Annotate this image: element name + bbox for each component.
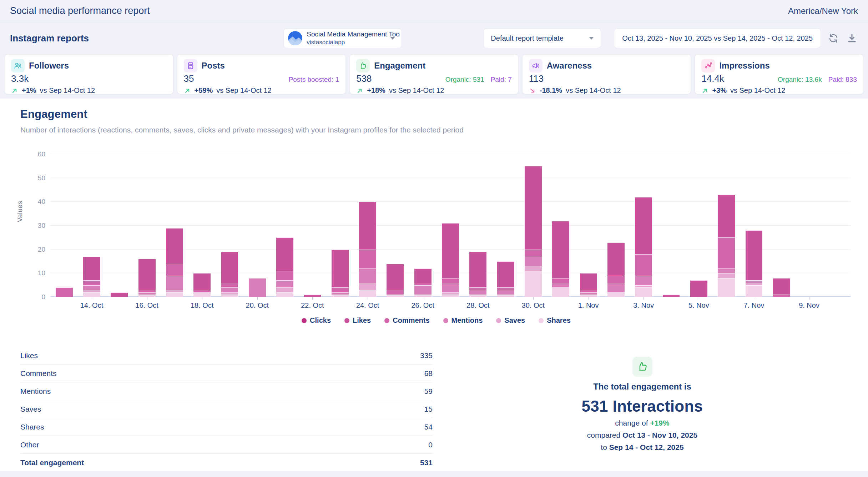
bar-segment-shares[interactable]	[193, 292, 211, 297]
stacked-bar[interactable]	[56, 287, 73, 297]
bar-segment-comments[interactable]	[552, 278, 569, 283]
bar-segment-likes[interactable]	[359, 202, 376, 249]
bar-segment-mentions[interactable]	[635, 276, 652, 285]
legend-item-saves[interactable]: Saves	[496, 316, 525, 325]
bar-segment-saves[interactable]	[718, 273, 735, 278]
bar-segment-likes[interactable]	[525, 166, 542, 249]
stacked-bar[interactable]	[332, 250, 349, 297]
bar-segment-likes[interactable]	[663, 295, 680, 297]
bar-segment-likes[interactable]	[332, 250, 349, 288]
bar-segment-comments[interactable]	[276, 271, 293, 281]
bar-segment-mentions[interactable]	[359, 268, 376, 283]
bar-segment-comments[interactable]	[56, 287, 73, 297]
legend-item-comments[interactable]: Comments	[384, 316, 429, 325]
bar-segment-likes[interactable]	[497, 261, 514, 287]
bar-segment-mentions[interactable]	[332, 292, 349, 295]
bar-segment-comments[interactable]	[497, 287, 514, 290]
date-range-picker[interactable]: Oct 13, 2025 - Nov 10, 2025 vs Sep 14, 2…	[614, 28, 821, 48]
stacked-bar[interactable]	[304, 295, 321, 297]
stacked-bar[interactable]	[690, 280, 707, 297]
stacked-bar[interactable]	[580, 273, 597, 297]
bar-segment-saves[interactable]	[166, 290, 183, 292]
stacked-bar[interactable]	[663, 295, 680, 297]
bar-segment-shares[interactable]	[497, 295, 514, 297]
bar-segment-likes[interactable]	[166, 228, 183, 264]
stacked-bar[interactable]	[718, 195, 735, 297]
stacked-bar[interactable]	[193, 273, 211, 297]
bar-segment-saves[interactable]	[746, 283, 763, 285]
bar-segment-comments[interactable]	[607, 276, 625, 283]
bar-segment-comments[interactable]	[138, 290, 156, 292]
stacked-bar[interactable]	[497, 261, 514, 297]
bar-segment-likes[interactable]	[746, 230, 763, 280]
bar-segment-likes[interactable]	[718, 195, 735, 237]
bar-segment-saves[interactable]	[359, 283, 376, 290]
template-dropdown[interactable]: Default report template	[483, 28, 601, 48]
bar-segment-saves[interactable]	[276, 287, 293, 292]
bar-segment-likes[interactable]	[387, 264, 404, 290]
bar-segment-likes[interactable]	[304, 295, 321, 297]
bar-segment-mentions[interactable]	[497, 290, 514, 295]
bar-segment-mentions[interactable]	[746, 280, 763, 283]
bar-segment-shares[interactable]	[746, 285, 763, 297]
stacked-bar[interactable]	[276, 237, 293, 297]
legend-item-clicks[interactable]: Clicks	[302, 316, 331, 325]
stacked-bar[interactable]	[414, 268, 432, 297]
bar-segment-shares[interactable]	[635, 287, 652, 297]
bar-segment-shares[interactable]	[276, 292, 293, 297]
bar-segment-mentions[interactable]	[580, 292, 597, 295]
refresh-icon[interactable]	[827, 32, 839, 44]
bar-segment-shares[interactable]	[221, 295, 238, 297]
bar-segment-likes[interactable]	[138, 259, 156, 290]
bar-segment-likes[interactable]	[276, 237, 293, 271]
profile-selector[interactable]: Social Media Management Too vistasociala…	[283, 28, 402, 48]
bar-segment-likes[interactable]	[607, 242, 625, 276]
bar-segment-comments[interactable]	[580, 290, 597, 292]
stacked-bar[interactable]	[442, 223, 459, 297]
bar-segment-saves[interactable]	[525, 266, 542, 271]
bar-segment-shares[interactable]	[525, 271, 542, 297]
stacked-bar[interactable]	[773, 278, 790, 297]
bar-segment-likes[interactable]	[469, 252, 486, 287]
bar-segment-mentions[interactable]	[83, 285, 100, 290]
bar-segment-likes[interactable]	[83, 257, 100, 281]
bar-segment-shares[interactable]	[607, 292, 625, 297]
bar-segment-shares[interactable]	[469, 295, 486, 297]
bar-segment-likes[interactable]	[635, 197, 652, 254]
download-icon[interactable]	[846, 32, 858, 44]
legend-item-likes[interactable]: Likes	[344, 316, 371, 325]
bar-segment-comments[interactable]	[221, 283, 238, 287]
bar-segment-mentions[interactable]	[525, 257, 542, 266]
bar-segment-comments[interactable]	[332, 287, 349, 292]
bar-segment-comments[interactable]	[442, 278, 459, 283]
bar-segment-saves[interactable]	[83, 290, 100, 292]
bar-segment-comments[interactable]	[193, 290, 211, 292]
stacked-bar[interactable]	[249, 278, 266, 297]
stacked-bar[interactable]	[111, 292, 128, 297]
bar-segment-comments[interactable]	[359, 250, 376, 268]
bar-segment-likes[interactable]	[111, 292, 128, 297]
bar-segment-mentions[interactable]	[276, 280, 293, 287]
bar-segment-mentions[interactable]	[221, 287, 238, 292]
bar-segment-mentions[interactable]	[414, 285, 432, 295]
bar-segment-mentions[interactable]	[249, 278, 266, 297]
bar-segment-shares[interactable]	[442, 295, 459, 297]
stacked-bar[interactable]	[525, 166, 542, 297]
bar-segment-likes[interactable]	[580, 273, 597, 290]
legend-item-mentions[interactable]: Mentions	[443, 316, 483, 325]
bar-segment-mentions[interactable]	[442, 283, 459, 292]
bar-segment-comments[interactable]	[414, 283, 432, 285]
stacked-bar[interactable]	[138, 259, 156, 297]
bar-segment-shares[interactable]	[580, 295, 597, 297]
stacked-bar[interactable]	[635, 197, 652, 297]
bar-segment-likes[interactable]	[193, 273, 211, 290]
bar-segment-mentions[interactable]	[552, 283, 569, 287]
stacked-bar[interactable]	[387, 264, 404, 297]
bar-segment-shares[interactable]	[414, 295, 432, 297]
bar-segment-shares[interactable]	[387, 295, 404, 297]
bar-segment-comments[interactable]	[635, 254, 652, 276]
bar-segment-comments[interactable]	[773, 295, 790, 297]
bar-segment-likes[interactable]	[773, 278, 790, 295]
stacked-bar[interactable]	[359, 202, 376, 297]
bar-segment-saves[interactable]	[442, 292, 459, 295]
